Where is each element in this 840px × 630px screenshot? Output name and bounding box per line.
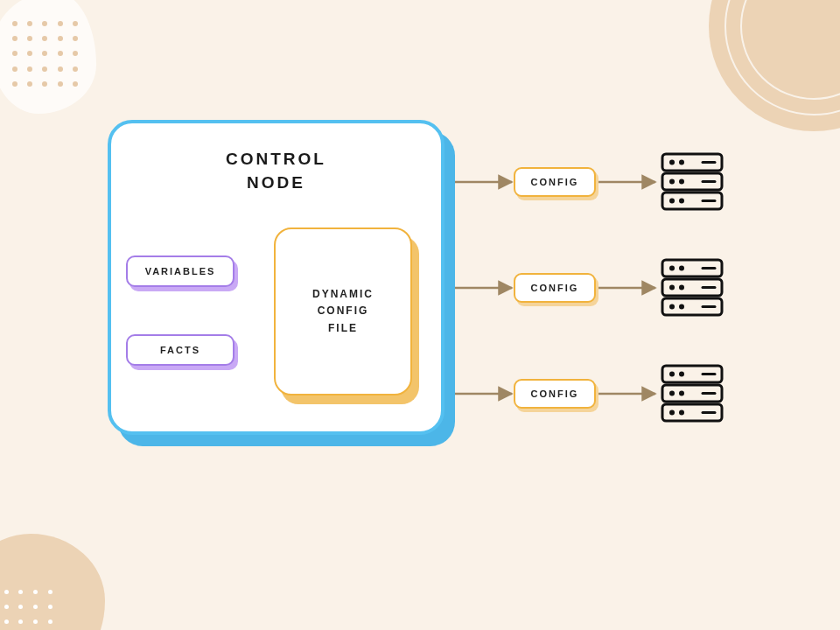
svg-point-13 [669,179,675,185]
server-icon-1 [659,150,725,214]
decoration-blob-bottom-left [0,534,105,630]
server-icon-3 [659,362,725,425]
config-label-1: CONFIG [531,177,579,187]
svg-point-28 [679,304,684,310]
svg-point-14 [679,179,684,185]
dcf-line2: CONFIG [312,303,374,319]
config-pill-2: CONFIG [514,273,596,303]
svg-point-40 [679,410,684,416]
svg-point-37 [669,391,675,396]
svg-point-24 [679,266,684,271]
svg-point-35 [669,372,675,377]
variables-pill: VARIABLES [126,256,234,287]
control-node-title-line1: CONTROL [136,148,416,172]
svg-point-12 [679,160,684,165]
svg-point-38 [679,391,684,396]
variables-label: VARIABLES [145,266,216,276]
dynamic-config-file-box: DYNAMIC CONFIG FILE [274,228,412,396]
svg-point-25 [669,285,675,290]
server-icon-2 [659,256,725,319]
facts-pill: FACTS [126,334,234,366]
control-node-title: CONTROL NODE [136,148,416,194]
svg-point-16 [679,199,684,204]
svg-point-15 [669,199,675,204]
control-node-title-line2: NODE [136,172,416,195]
svg-point-26 [679,285,684,290]
dcf-line1: DYNAMIC [312,286,374,303]
config-label-3: CONFIG [531,388,579,399]
config-pill-1: CONFIG [514,167,596,197]
decoration-dots-bottom-left [0,586,61,630]
decoration-arc-top-right [709,0,840,131]
config-label-2: CONFIG [531,283,579,293]
facts-label: FACTS [160,345,200,355]
decoration-dots-top-left [7,16,86,94]
config-pill-3: CONFIG [514,379,596,409]
svg-point-27 [669,304,675,310]
svg-point-36 [679,372,684,377]
dcf-line3: FILE [312,320,374,337]
svg-point-11 [669,160,675,165]
svg-point-23 [669,266,675,271]
svg-point-39 [669,410,675,416]
